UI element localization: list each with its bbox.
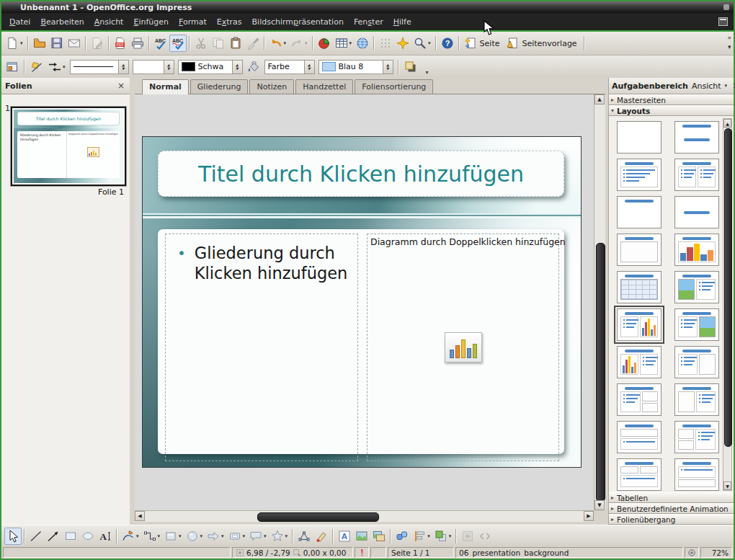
arrow-style-button[interactable]: ▾ [46, 58, 68, 76]
status-zoom-button[interactable] [685, 547, 699, 558]
task-panel-view-label[interactable]: Ansicht [692, 81, 721, 91]
line-width-input[interactable]: ▲▼ [133, 60, 174, 74]
section-masterseiten[interactable]: ▸Masterseiten [609, 94, 734, 105]
callouts-dropdown-arrow[interactable]: ▾ [264, 533, 267, 539]
layout-title-box-bullets[interactable] [674, 383, 719, 416]
layout-title-only[interactable] [617, 196, 662, 228]
symbol-shapes-dropdown-arrow[interactable]: ▾ [200, 533, 203, 539]
auto-spellcheck-button[interactable]: ABC [169, 35, 187, 52]
menu-datei[interactable]: Datei [4, 14, 35, 30]
block-arrows-dropdown-arrow[interactable]: ▾ [221, 533, 224, 539]
task-scroll-down-button[interactable]: ▼ [723, 481, 731, 490]
alignment-button[interactable]: ▾ [411, 528, 432, 545]
layout-title-chart-bullets[interactable] [617, 346, 662, 378]
export-pdf-button[interactable]: PDF [112, 35, 129, 52]
vertical-scroll-thumb[interactable] [596, 243, 605, 502]
task-panel-view-dropdown-arrow[interactable]: ▾ [725, 83, 728, 89]
save-button[interactable] [48, 35, 66, 52]
layout-title-bullets-chart[interactable] [617, 308, 662, 341]
vertical-scrollbar[interactable]: ▲ ▼ [594, 94, 605, 510]
open-button[interactable] [31, 35, 48, 52]
insert-picture-button[interactable] [353, 528, 370, 545]
status-template[interactable]: 06_presentation_background [455, 547, 683, 558]
arrow-button[interactable] [45, 528, 62, 545]
menu-einfügen[interactable]: Einfügen [128, 14, 174, 30]
layout-title-table[interactable] [617, 271, 662, 303]
line-width-spinner[interactable]: ▲▼ [164, 61, 174, 74]
tab-foliensortierung[interactable]: Foliensortierung [355, 79, 433, 94]
layout-title-chart[interactable] [674, 234, 719, 266]
line-button[interactable] [27, 528, 45, 545]
line-dialog-button[interactable] [28, 58, 45, 76]
zoom-dropdown-arrow[interactable]: ▾ [428, 40, 431, 46]
slides-panel-close-icon[interactable]: × [116, 81, 126, 91]
tab-normal[interactable]: Normal [142, 79, 189, 94]
tab-handzettel[interactable]: Handzettel [295, 79, 353, 94]
layout-title-bullets-image[interactable] [674, 308, 719, 341]
menubar-window-icon[interactable] [718, 17, 728, 26]
layout-title-2col-bullets[interactable] [674, 159, 719, 191]
section-layouts[interactable]: ▾Layouts [609, 105, 734, 116]
layout-blank[interactable] [617, 121, 662, 154]
left-splitter[interactable] [130, 78, 135, 525]
fill-color-select[interactable]: Blau 8 ▲▼ [318, 60, 393, 74]
glue-points-button[interactable] [313, 528, 330, 545]
insert-chart-button[interactable] [316, 35, 333, 52]
callouts-button[interactable]: ▾ [247, 528, 269, 545]
block-arrows-button[interactable]: ▾ [205, 528, 226, 545]
line-style-spinner[interactable]: ▲▼ [118, 61, 128, 74]
menu-ansicht[interactable]: Ansicht [89, 14, 129, 30]
tab-notizen[interactable]: Notizen [249, 79, 294, 94]
layout-title-bulletrow-box[interactable] [674, 458, 719, 491]
undo-dropdown-arrow[interactable]: ▾ [284, 40, 287, 46]
section-tabellen[interactable]: ▸Tabellen [609, 492, 734, 503]
slide-canvas[interactable]: Titel durch Klicken hinzufügen • Glieder… [135, 94, 594, 510]
display-functions-button[interactable] [394, 35, 411, 52]
task-scroll-thumb[interactable] [724, 128, 732, 447]
paste-button[interactable] [227, 35, 244, 52]
alignment-dropdown-arrow[interactable]: ▾ [427, 533, 430, 539]
arrange-dropdown-arrow[interactable]: ▾ [449, 533, 452, 539]
layout-title-image-bullets[interactable] [674, 271, 719, 303]
horizontal-scrollbar[interactable]: ◀ ▶ [135, 510, 594, 522]
scroll-up-button[interactable]: ▲ [594, 94, 605, 105]
fontwork-button[interactable]: A [336, 528, 353, 545]
flowcharts-button[interactable]: ▾ [226, 528, 248, 545]
section-benutzerdefinierte-animation[interactable]: ▸Benutzerdefinierte Animation [609, 503, 734, 514]
spellcheck-button[interactable]: ABC [152, 35, 169, 52]
scroll-down-button[interactable]: ▼ [594, 500, 605, 510]
line-style-select[interactable]: ▲▼ [70, 60, 129, 74]
basic-shapes-dropdown-arrow[interactable]: ▾ [179, 533, 182, 539]
layout-title-box-bulletrow[interactable] [617, 421, 662, 453]
slide-design-button[interactable]: Seitenvorlage [504, 35, 581, 52]
titlebar-menu-icon[interactable] [723, 4, 729, 10]
connector-dropdown-arrow[interactable]: ▾ [158, 533, 161, 539]
slide[interactable]: Titel durch Klicken hinzufügen • Glieder… [142, 136, 582, 468]
layout-title-bullets[interactable] [617, 159, 662, 191]
insert-table-button[interactable]: ▾ [333, 35, 355, 52]
redo-dropdown-arrow[interactable]: ▾ [305, 40, 308, 46]
line-color-spinner[interactable]: ▲▼ [232, 61, 242, 74]
outline-placeholder[interactable]: • Gliederung durch Klicken hinzufügen [165, 234, 358, 461]
menu-format[interactable]: Format [174, 14, 212, 30]
fill-color-spinner[interactable]: ▲▼ [383, 61, 393, 74]
titlebar[interactable]: Unbenannt 1 - OpenOffice.org Impress [1, 1, 734, 13]
new-document-dropdown-arrow[interactable]: ▾ [20, 40, 23, 46]
curve-dropdown-arrow[interactable]: ▾ [136, 533, 139, 539]
email-button[interactable] [66, 35, 83, 52]
slide-thumbnail[interactable]: Titel durch Klicken hinzufügen Gliederun… [11, 107, 126, 186]
layout-title-bullets-2box[interactable] [617, 383, 662, 416]
scroll-left-button[interactable]: ◀ [135, 511, 145, 521]
task-scroll-up-button[interactable]: ▲ [723, 119, 731, 128]
task-panel-close-icon[interactable]: × [731, 81, 735, 91]
menu-bearbeiten[interactable]: Bearbeiten [35, 14, 89, 30]
undo-button[interactable]: ▾ [267, 35, 289, 52]
symbol-shapes-button[interactable]: ▾ [184, 528, 205, 545]
connector-button[interactable]: ▾ [141, 528, 163, 545]
page-button[interactable]: Seite [462, 35, 504, 52]
styles-formatting-button[interactable] [4, 58, 21, 76]
horizontal-scroll-thumb[interactable] [257, 512, 379, 522]
menu-bildschirmpräsentation[interactable]: Bildschirmpräsentation [247, 14, 349, 30]
tab-gliederung[interactable]: Gliederung [190, 79, 249, 94]
area-dialog-button[interactable] [245, 58, 262, 76]
